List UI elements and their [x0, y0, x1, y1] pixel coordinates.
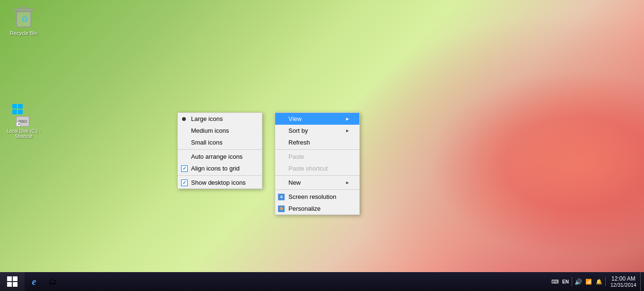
local-disk-label: Local Disk (C:) -Shortcut [7, 128, 41, 139]
show-desktop-button[interactable] [640, 272, 644, 291]
recycle-bin-label: Recycle Bin [10, 30, 37, 36]
taskbar: e 🗂 ⌨ EN 🔊 📶 🔔 12:00 AM 12/31/2014 [0, 272, 644, 291]
start-button[interactable] [0, 272, 25, 291]
tray-sep1 [572, 277, 572, 286]
menu-view[interactable]: View ► [275, 113, 359, 125]
screen-res-icon: 🖥 [278, 194, 285, 200]
menu-new[interactable]: New ► [275, 177, 359, 188]
system-clock[interactable]: 12:00 AM 12/31/2014 [607, 272, 640, 291]
menu-sep3 [275, 189, 359, 190]
tray-network-icon[interactable]: 📶 [583, 272, 594, 291]
local-disk-shortcut-icon[interactable]: ↗ Local Disk (C:) -Shortcut [5, 102, 43, 141]
tray-sep2 [605, 277, 606, 286]
menu-paste-shortcut[interactable]: Paste shortcut [275, 163, 359, 174]
menu-paste[interactable]: Paste [275, 151, 359, 163]
tray-keyboard-icon[interactable]: ⌨ [550, 272, 560, 291]
view-auto-arrange[interactable]: Auto arrange icons [178, 151, 262, 163]
flower-decoration [313, 0, 644, 272]
view-align-to-grid[interactable]: Align icons to grid [178, 163, 262, 174]
taskbar-ie-icon[interactable]: e [25, 272, 44, 291]
main-context-menu: View ► Sort by ► Refresh Paste Paste sho… [275, 112, 360, 215]
view-sep1 [178, 149, 262, 150]
tray-notification-icon[interactable]: 🔔 [594, 272, 604, 291]
menu-screen-resolution[interactable]: 🖥 Screen resolution [275, 191, 359, 203]
menu-sep1 [275, 149, 359, 150]
show-desktop-check [181, 180, 188, 186]
sort-arrow: ► [345, 128, 350, 133]
view-medium-icons[interactable]: Medium icons [178, 125, 262, 137]
start-windows-logo [7, 276, 17, 287]
view-submenu: Large icons Medium icons Small icons Aut… [177, 112, 262, 189]
taskbar-tray: ⌨ EN 🔊 📶 🔔 12:00 AM 12/31/2014 [550, 272, 644, 291]
tray-volume-icon[interactable]: 🔊 [573, 272, 583, 291]
clock-date: 12/31/2014 [610, 282, 636, 288]
view-small-icons[interactable]: Small icons [178, 137, 262, 148]
recycle-bin-image: ♻ [12, 6, 35, 28]
local-disk-image: ↗ [12, 104, 35, 127]
view-large-icons[interactable]: Large icons [178, 113, 262, 125]
taskbar-explorer-icon[interactable]: 🗂 [44, 272, 62, 291]
radio-dot-large [182, 117, 186, 121]
personalize-icon: 🎨 [278, 205, 285, 212]
menu-refresh[interactable]: Refresh [275, 137, 359, 148]
desktop[interactable]: ♻ Recycle Bin ↗ Local Disk (C:) -Shortcu… [0, 0, 644, 272]
view-arrow: ► [345, 116, 350, 121]
view-show-desktop-icons[interactable]: Show desktop icons [178, 177, 262, 188]
view-sep2 [178, 175, 262, 176]
clock-time: 12:00 AM [611, 275, 635, 282]
explorer-icon: 🗂 [49, 277, 57, 287]
align-grid-check [181, 165, 188, 172]
tray-language-icon[interactable]: EN [560, 272, 571, 291]
recycle-bin-icon[interactable]: ♻ Recycle Bin [5, 4, 43, 38]
menu-sort-by[interactable]: Sort by ► [275, 125, 359, 137]
ie-icon: e [32, 276, 36, 287]
menu-personalize[interactable]: 🎨 Personalize [275, 203, 359, 214]
menu-sep2 [275, 175, 359, 176]
new-arrow: ► [345, 180, 350, 185]
